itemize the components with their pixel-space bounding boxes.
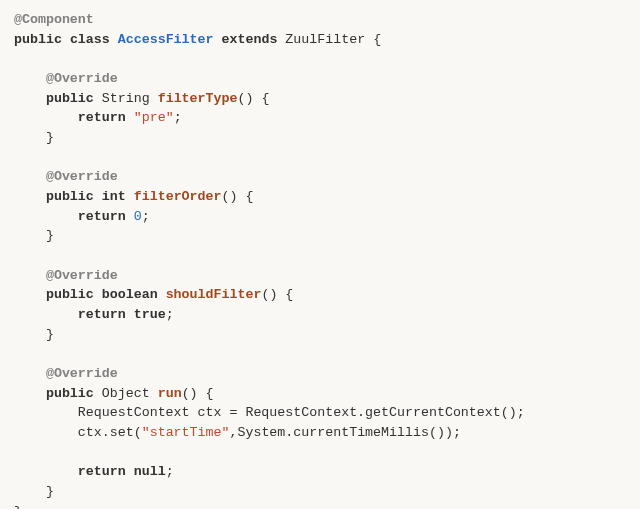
semi-m2: ; — [142, 209, 150, 224]
brace-close-m3: } — [46, 327, 54, 342]
method-shouldFilter: shouldFilter — [166, 287, 262, 302]
kw-true: true — [134, 307, 166, 322]
method-run: run — [158, 386, 182, 401]
ret-m1: String — [102, 91, 150, 106]
semi-m3: ; — [166, 307, 174, 322]
method-filterType: filterType — [158, 91, 238, 106]
brace-open-m4: { — [198, 386, 214, 401]
brace-open-m2: { — [237, 189, 253, 204]
kw-public-m4: public — [46, 386, 94, 401]
brace-close-m1: } — [46, 130, 54, 145]
kw-return-m2: return — [78, 209, 126, 224]
brace-close-class: } — [14, 504, 22, 509]
annotation-override-1: @Override — [46, 71, 118, 86]
kw-return-m4: return — [78, 464, 126, 479]
parens-m1: () — [237, 91, 253, 106]
ret-m4: Object — [102, 386, 150, 401]
annotation-override-2: @Override — [46, 169, 118, 184]
code-block: @Component public class AccessFilter ext… — [0, 0, 640, 509]
kw-public-m1: public — [46, 91, 94, 106]
brace-open-m3: { — [277, 287, 293, 302]
num-zero: 0 — [134, 209, 142, 224]
brace-open-m1: { — [253, 91, 269, 106]
kw-return-m3: return — [78, 307, 126, 322]
annotation-override-4: @Override — [46, 366, 118, 381]
str-startTime: "startTime" — [142, 425, 230, 440]
semi-m1: ; — [174, 110, 182, 125]
parens-m3: () — [261, 287, 277, 302]
parens-m4: () — [182, 386, 198, 401]
kw-return-m1: return — [78, 110, 126, 125]
kw-public-m3: public — [46, 287, 94, 302]
semi-m4: ; — [166, 464, 174, 479]
brace-close-m4: } — [46, 484, 54, 499]
brace-open-class: { — [373, 32, 381, 47]
kw-class: class — [70, 32, 110, 47]
line-ctx-set-b: ,System.currentTimeMillis()); — [229, 425, 460, 440]
super-class: ZuulFilter — [285, 32, 365, 47]
annotation-override-3: @Override — [46, 268, 118, 283]
kw-null: null — [134, 464, 166, 479]
kw-public-m2: public — [46, 189, 94, 204]
brace-close-m2: } — [46, 228, 54, 243]
annotation-component: @Component — [14, 12, 94, 27]
method-filterOrder: filterOrder — [134, 189, 222, 204]
kw-extends: extends — [222, 32, 278, 47]
line-ctx-decl: RequestContext ctx = RequestContext.getC… — [78, 405, 525, 420]
class-name: AccessFilter — [118, 32, 214, 47]
kw-boolean-m3: boolean — [102, 287, 158, 302]
kw-public: public — [14, 32, 62, 47]
line-ctx-set-a: ctx.set( — [78, 425, 142, 440]
str-pre: "pre" — [134, 110, 174, 125]
kw-int-m2: int — [102, 189, 126, 204]
parens-m2: () — [222, 189, 238, 204]
